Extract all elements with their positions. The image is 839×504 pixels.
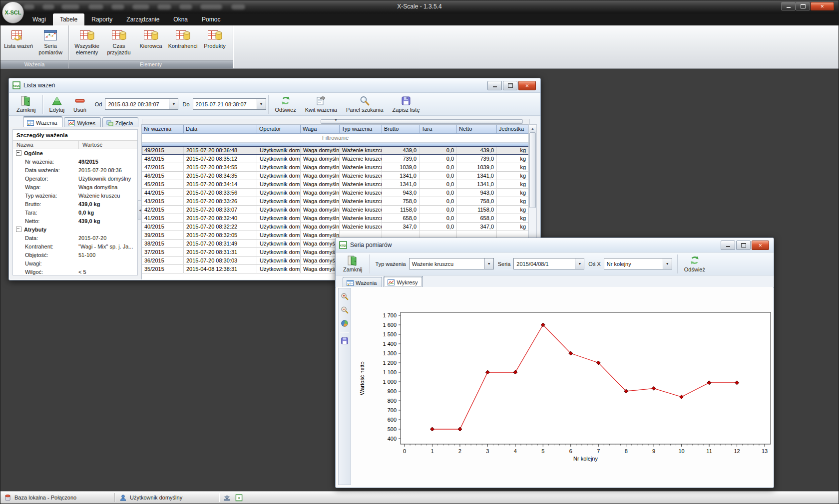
tab-wa-enia[interactable]: Ważenia (23, 116, 62, 128)
detail-row-operator[interactable]: Operator:Użytkownik domyślny (13, 175, 137, 183)
kontrahenci-button[interactable]: Kontrahenci (167, 27, 199, 50)
ribbon-tab-tabele[interactable]: Tabele (53, 13, 84, 25)
tab-zdj-cia[interactable]: Zdjęcia (102, 117, 138, 128)
column-header-operator[interactable]: Operator (257, 125, 301, 134)
tray-scale-icon[interactable] (223, 492, 231, 504)
zapisz-liste-button[interactable]: Zapisz listę (388, 95, 424, 113)
detail-row-tara[interactable]: Tara:0,0 kg (13, 209, 137, 217)
chevron-down-icon[interactable]: ▼ (169, 99, 178, 109)
column-header-waga[interactable]: Waga (301, 125, 340, 134)
column-header-brutto[interactable]: Brutto (382, 125, 420, 134)
minimize-button[interactable] (487, 81, 502, 90)
kierowca-button[interactable]: Kierowca (135, 27, 167, 50)
column-header-jednostka[interactable]: Jednostka (497, 125, 529, 134)
date-from-combobox[interactable]: 2015-03-02 08:38:07 ▼ (105, 98, 178, 110)
kwit-wazenia-button[interactable]: Kwit ważenia (301, 95, 342, 113)
lista-wa-e-button[interactable]: Lista ważeń (2, 27, 34, 50)
detail-row-brutto[interactable]: Brutto:439,0 kg (13, 200, 137, 209)
chart-type-icon[interactable] (340, 318, 350, 328)
detail-row-wilgo[interactable]: Wilgoć:< 5 (13, 268, 137, 276)
app-close-button[interactable]: ✕ (811, 2, 834, 10)
detail-row-nr-wa-enia[interactable]: Nr ważenia:49/2015 (13, 158, 137, 166)
table-row[interactable]: 49/20152015-07-20 08:36:48Użytkownik dom… (142, 146, 529, 155)
table-cell: 42/2015 (142, 206, 184, 214)
column-header-tara[interactable]: Tara (420, 125, 457, 134)
collapse-toggle-icon[interactable] (16, 150, 21, 156)
zoom-out-icon[interactable] (340, 305, 350, 315)
column-header-netto[interactable]: Netto (457, 125, 497, 134)
detail-row-data-wa-enia[interactable]: Data ważenia:2015-07-20 08:36 (13, 166, 137, 175)
edytuj-button[interactable]: Edytuj (45, 95, 69, 113)
date-to-combobox[interactable]: 2015-07-21 08:38:07 ▼ (193, 98, 266, 110)
detail-row-obj-to[interactable]: Objętość:51-100 (13, 251, 137, 259)
zoom-in-icon[interactable] (340, 291, 350, 301)
chevron-down-icon[interactable]: ▼ (257, 99, 266, 109)
usun-button[interactable]: Usuń (69, 95, 91, 113)
table-cell: kg (497, 223, 529, 231)
detail-row-waga[interactable]: Waga:Waga domyślna (13, 183, 137, 192)
close-button[interactable]: ✕ (518, 81, 536, 90)
zamknij-button[interactable]: Zamknij (339, 254, 367, 273)
table-top-scrollbar[interactable]: ▼ (142, 119, 530, 124)
app-maximize-button[interactable] (796, 2, 810, 10)
details-col-wartosc[interactable]: Wartość (79, 141, 102, 149)
ribbon-tab-raporty[interactable]: Raporty (84, 13, 119, 25)
seria-combobox[interactable]: 2015/04/08/1 ▼ (513, 258, 584, 269)
detail-row-kontrahent[interactable]: Kontrahent:"Wagi - Mix" sp. j. Ja... (13, 243, 137, 251)
ribbon-tab-zarz-dzanie[interactable]: Zarządzanie (119, 13, 166, 25)
close-button[interactable]: ✕ (752, 241, 769, 250)
detail-row-typ-wa-enia[interactable]: Typ ważenia:Ważenie kruszcu (13, 192, 137, 200)
filter-row[interactable]: Filtrowanie (142, 134, 529, 143)
table-row[interactable]: 45/20152015-07-20 08:34:14Użytkownik dom… (142, 180, 529, 189)
ribbon-tab-okna[interactable]: Okna (166, 13, 195, 25)
column-header-nr-wa-enia[interactable]: Nr ważenia (142, 125, 184, 134)
panel-szukania-button[interactable]: Panel szukania (342, 95, 388, 113)
odswiez-button[interactable]: Odśwież (271, 95, 301, 113)
table-row[interactable]: 48/20152015-07-20 08:35:12Użytkownik dom… (142, 155, 529, 163)
column-header-typ-wa-enia[interactable]: Typ ważenia (340, 125, 382, 134)
chevron-down-icon[interactable]: ▼ (575, 258, 584, 269)
details-group-og-lne[interactable]: Ogólne (13, 149, 137, 158)
ribbon-tab-wagi[interactable]: Wagi (25, 13, 53, 25)
seria-pomiar-w-button[interactable]: Seria pomiarów (34, 27, 66, 57)
seria-window-title-bar[interactable]: XSQL Seria pomiarów ✕ (336, 238, 774, 252)
table-row[interactable]: 42/20152015-07-20 08:33:07Użytkownik dom… (142, 206, 529, 214)
collapse-toggle-icon[interactable] (16, 227, 21, 232)
wszystkie-elementy-button[interactable]: Wszystkie elementy (71, 27, 103, 57)
scrollbar-thumb[interactable] (321, 119, 523, 124)
odswiez-button[interactable]: Odśwież (680, 254, 710, 273)
zamknij-button[interactable]: Zamknij (12, 95, 40, 113)
details-col-nazwa[interactable]: Nazwa (13, 141, 79, 149)
save-chart-icon[interactable] (340, 336, 350, 346)
details-group-atrybuty[interactable]: Atrybuty (13, 226, 137, 234)
detail-row-data[interactable]: Data:2015-07-20 (13, 234, 137, 243)
os-x-combobox[interactable]: Nr kolejny ▼ (604, 258, 672, 269)
czas-przyjazdu-button[interactable]: Czas przyjazdu (103, 27, 135, 57)
table-row[interactable]: 47/20152015-07-20 08:34:55Użytkownik dom… (142, 163, 529, 172)
detail-row-netto[interactable]: Netto:439,0 kg (13, 217, 137, 226)
scrollbar-thumb[interactable] (529, 132, 536, 208)
column-header-data[interactable]: Data (184, 125, 257, 134)
table-row[interactable]: 40/20152015-07-20 08:32:22Użytkownik dom… (142, 223, 529, 231)
table-row[interactable]: 41/20152015-07-20 08:32:40Użytkownik dom… (142, 214, 529, 223)
table-row[interactable]: 43/20152015-07-20 08:33:26Użytkownik dom… (142, 197, 529, 206)
maximize-button[interactable] (736, 241, 751, 250)
tab-wa-enia[interactable]: Ważenia (343, 277, 382, 288)
app-logo[interactable]: X-SCL (2, 1, 24, 23)
app-minimize-button[interactable] (781, 2, 796, 10)
table-row[interactable]: 46/20152015-07-20 08:34:35Użytkownik dom… (142, 172, 529, 180)
ribbon-tab-pomoc[interactable]: Pomoc (195, 13, 227, 25)
maximize-button[interactable] (503, 81, 517, 90)
chevron-down-icon[interactable]: ▼ (484, 258, 493, 269)
typ-wazenia-combobox[interactable]: Ważenie kruszcu ▼ (409, 258, 494, 269)
minimize-button[interactable] (721, 241, 735, 250)
detail-row-uwagi[interactable]: Uwagi: (13, 259, 137, 268)
tray-app-icon[interactable]: X (235, 492, 243, 504)
produkty-button[interactable]: Produkty (199, 27, 231, 50)
chevron-down-icon[interactable]: ▼ (663, 258, 672, 269)
table-row[interactable]: 44/20152015-07-20 08:33:56Użytkownik dom… (142, 189, 529, 197)
tab-wykresy[interactable]: Wykresy (384, 276, 423, 288)
scroll-up-arrow[interactable]: ▲ (529, 125, 536, 132)
lista-window-title-bar[interactable]: XSQL Lista ważeń ✕ (9, 78, 540, 93)
tab-wykres[interactable]: Wykres (64, 117, 101, 128)
